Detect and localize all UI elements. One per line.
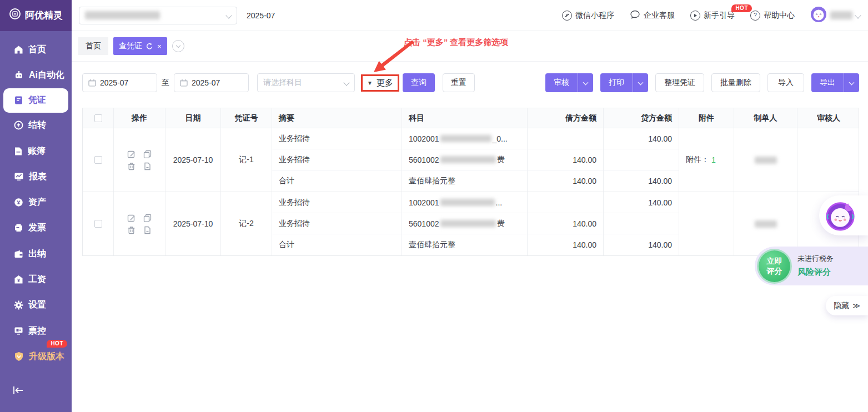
payroll-icon [14, 275, 23, 284]
collapse-icon [12, 385, 24, 395]
sidebar-item-label: 升级版本 [29, 351, 64, 363]
redacted-username [830, 11, 852, 19]
date-to-picker[interactable]: 2025-07 [174, 73, 249, 92]
audit-button[interactable]: 审核 [545, 73, 578, 92]
toplink-label: 微信小程序 [575, 11, 614, 21]
line-credit: 140.00 [604, 192, 679, 213]
tab-list-dropdown[interactable] [172, 40, 184, 52]
print-button[interactable]: 打印 [600, 73, 633, 92]
tab-home[interactable]: 首页 [78, 37, 108, 55]
line-debit: 140.00 [528, 149, 604, 170]
score-button-line1: 立即 [767, 256, 782, 266]
audit-split-button[interactable]: 审核 [545, 73, 593, 92]
risk-text-line2: 风险评分 [797, 265, 834, 279]
redacted-maker-name [755, 157, 777, 164]
sidebar-item-ledger[interactable]: 账簿 [0, 138, 72, 164]
subject-code: 5601002 [409, 155, 439, 164]
sidebar-item-settings[interactable]: 设置 [0, 293, 72, 318]
total-label: 合计 [272, 170, 402, 192]
chevron-down-icon [849, 79, 855, 85]
delete-icon[interactable] [127, 226, 136, 234]
sidebar-item-carryover[interactable]: 结转 [0, 113, 72, 138]
sidebar-item-upgrade[interactable]: 升级版本 HOT [0, 344, 72, 369]
refresh-icon[interactable] [146, 43, 153, 50]
tab-check-voucher[interactable]: 查凭证 × [113, 37, 167, 55]
invoice-icon [14, 223, 23, 233]
wechat-miniprogram-link[interactable]: 微信小程序 [562, 11, 614, 21]
accounting-period: 2025-07 [247, 11, 275, 20]
sidebar-item-ai-automation[interactable]: Ai自动化 [0, 62, 72, 88]
voucher-no: 记-2 [221, 192, 272, 255]
sidebar-collapse-button[interactable] [12, 385, 24, 398]
hide-label: 隐藏 [834, 301, 849, 311]
header-attachment: 附件 [679, 108, 734, 128]
mascot-icon [824, 199, 856, 232]
redacted-subject-name [440, 220, 496, 227]
subject-placeholder: 请选择科目 [263, 78, 302, 88]
audit-dropdown[interactable] [578, 73, 593, 92]
select-all-checkbox[interactable] [94, 114, 102, 122]
sidebar-item-home[interactable]: 首页 [0, 37, 72, 62]
export-split-button[interactable]: 导出 [811, 73, 859, 92]
organize-voucher-button[interactable]: 整理凭证 [655, 73, 704, 92]
score-now-button[interactable]: 立即 评分 [759, 250, 790, 282]
export-dropdown[interactable] [844, 73, 859, 92]
robot-icon [14, 71, 24, 80]
document-icon[interactable] [143, 162, 152, 170]
customer-service-link[interactable]: 企业客服 [630, 10, 675, 21]
date-to-value: 2025-07 [192, 78, 220, 87]
date-from-picker[interactable]: 2025-07 [82, 73, 157, 92]
line-subject: 1002001 ... [402, 192, 528, 213]
voucher-table: 操作 日期 凭证号 摘要 科目 借方金额 贷方金额 附件 制单人 审核人 202… [82, 108, 859, 256]
beginner-guide-link[interactable]: 新手引导 HOT [690, 11, 735, 21]
row-checkbox[interactable] [94, 220, 102, 228]
print-split-button[interactable]: 打印 [600, 73, 648, 92]
edit-icon[interactable] [127, 214, 136, 222]
export-button[interactable]: 导出 [811, 73, 844, 92]
subject-code: 1002001 [409, 134, 439, 143]
sidebar-item-invoice[interactable]: 发票 [0, 215, 72, 241]
copy-icon[interactable] [143, 150, 152, 158]
monitor-icon [14, 326, 23, 335]
line-credit: 140.00 [604, 128, 679, 149]
attachment-label: 附件： [686, 155, 709, 165]
sidebar-item-reports[interactable]: 报表 [0, 164, 72, 189]
sidebar-item-label: Ai自动化 [29, 69, 64, 81]
chevron-down-icon [583, 79, 589, 85]
voucher-date: 2025-07-10 [165, 192, 221, 255]
caret-down-icon: ▼ [367, 80, 373, 86]
attachment-count[interactable]: 1 [711, 155, 716, 164]
close-tab-icon[interactable]: × [157, 42, 162, 51]
sidebar-item-assets[interactable]: 资产 [0, 189, 72, 215]
delete-icon[interactable] [127, 162, 136, 170]
sidebar-item-cashier[interactable]: 出纳 [0, 241, 72, 267]
edit-icon[interactable] [127, 150, 136, 158]
sidebar-item-payroll[interactable]: 工资 [0, 267, 72, 292]
document-icon[interactable] [143, 226, 152, 234]
copy-icon[interactable] [143, 214, 152, 222]
row-operations [125, 214, 154, 234]
assistant-mascot-widget[interactable] [819, 195, 868, 235]
subject-select[interactable]: 请选择科目 [257, 73, 355, 92]
import-button[interactable]: 导入 [767, 73, 804, 92]
header-maker: 制单人 [734, 108, 797, 128]
row-operations [125, 150, 154, 170]
voucher-no: 记-1 [221, 128, 272, 192]
chart-icon [14, 172, 24, 181]
subject-suffix: _0... [493, 134, 508, 143]
user-menu[interactable] [810, 6, 860, 25]
hide-widget-button[interactable]: 隐藏 ≫ [826, 296, 868, 315]
search-button[interactable]: 查询 [403, 73, 435, 92]
line-summary: 业务招待 [272, 213, 402, 234]
company-select[interactable] [79, 7, 237, 24]
line-subject: 5601002 费 [402, 149, 528, 170]
row-checkbox[interactable] [94, 156, 102, 164]
reset-button[interactable]: 重置 [443, 73, 475, 92]
help-center-link[interactable]: ? 帮助中心 [750, 11, 795, 21]
batch-delete-button[interactable]: 批量删除 [711, 73, 760, 92]
more-filters-button[interactable]: ▼ 更多 [361, 74, 399, 92]
annotation-arrow [360, 40, 416, 76]
line-summary: 业务招待 [272, 128, 402, 149]
print-dropdown[interactable] [633, 73, 648, 92]
sidebar-item-voucher[interactable]: 凭证 [3, 88, 68, 113]
